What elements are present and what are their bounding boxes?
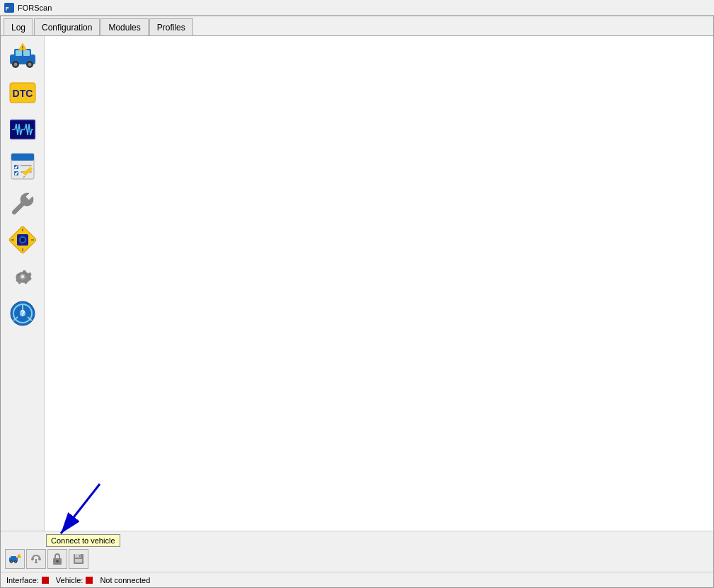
svg-point-52 <box>15 561 16 563</box>
svg-text:DTC: DTC <box>12 88 33 99</box>
svg-point-55 <box>31 558 34 560</box>
app-icon: F <box>4 3 14 13</box>
svg-point-60 <box>56 560 59 563</box>
svg-rect-48 <box>11 556 16 560</box>
connection-status: Not connected <box>100 576 150 584</box>
bottom-bar: Connect to vehicle ! <box>1 531 713 572</box>
sidebar-btn-module-prog[interactable] <box>6 223 40 257</box>
module-prog-icon <box>7 224 38 255</box>
vehicle-icon: ! <box>7 40 38 71</box>
disconnect-icon <box>30 553 42 565</box>
connect-icon: ! <box>8 553 21 565</box>
tab-log[interactable]: Log <box>4 18 33 35</box>
svg-text:!: ! <box>18 555 19 558</box>
main-panel <box>45 36 713 531</box>
sidebar-btn-vehicle[interactable]: ! <box>6 39 40 73</box>
content-area: ! DTC <box>1 36 713 531</box>
interface-status: Interface: <box>6 576 50 584</box>
tab-profiles[interactable]: Profiles <box>149 18 193 35</box>
sidebar-btn-checklist[interactable] <box>6 149 40 183</box>
vehicle-dot <box>86 577 93 584</box>
svg-point-9 <box>28 63 31 67</box>
settings-icon <box>7 261 38 292</box>
main-window: Log Configuration Modules Profiles <box>0 16 714 588</box>
stop-icon <box>51 553 64 565</box>
tab-configuration[interactable]: Configuration <box>34 18 100 35</box>
connect-button[interactable]: ! <box>5 549 25 569</box>
svg-text:!: ! <box>21 45 23 50</box>
sidebar-btn-dtc[interactable]: DTC <box>6 76 40 110</box>
svg-rect-4 <box>16 50 22 56</box>
interface-dot <box>42 577 49 584</box>
bottom-toolbar: ! <box>1 546 713 572</box>
svg-point-50 <box>11 561 12 563</box>
disconnect-button[interactable] <box>26 549 46 569</box>
tools-icon <box>7 188 38 219</box>
status-bar: Interface: Vehicle: Not connected <box>1 572 713 587</box>
stop-button[interactable] <box>47 549 67 569</box>
tab-modules[interactable]: Modules <box>100 18 148 35</box>
svg-point-56 <box>38 558 41 560</box>
sidebar-btn-help[interactable]: ? <box>6 296 40 330</box>
svg-rect-17 <box>11 154 34 161</box>
titlebar: F FORScan <box>0 0 714 16</box>
sidebar: ! DTC <box>1 36 45 531</box>
titlebar-title: FORScan <box>18 4 52 12</box>
sidebar-btn-settings[interactable] <box>6 260 40 294</box>
sidebar-btn-tools[interactable] <box>6 186 40 220</box>
help-icon: ? <box>7 298 38 329</box>
save-icon <box>72 553 85 565</box>
svg-text:?: ? <box>20 309 25 318</box>
tabbar: Log Configuration Modules Profiles <box>1 16 713 36</box>
checklist-icon <box>7 151 38 182</box>
svg-rect-5 <box>23 50 30 56</box>
svg-rect-20 <box>21 165 32 166</box>
svg-point-37 <box>21 275 24 278</box>
sidebar-btn-oscilloscope[interactable] <box>6 113 40 146</box>
save-button[interactable] <box>69 549 88 569</box>
svg-rect-64 <box>79 555 81 557</box>
svg-point-33 <box>21 238 25 242</box>
vehicle-status: Vehicle: <box>56 576 95 584</box>
svg-rect-63 <box>75 559 82 563</box>
svg-point-7 <box>13 63 17 67</box>
dtc-icon: DTC <box>7 77 38 108</box>
oscilloscope-icon <box>7 114 38 145</box>
connect-tooltip: Connect to vehicle <box>46 534 120 547</box>
svg-text:F: F <box>6 5 9 11</box>
